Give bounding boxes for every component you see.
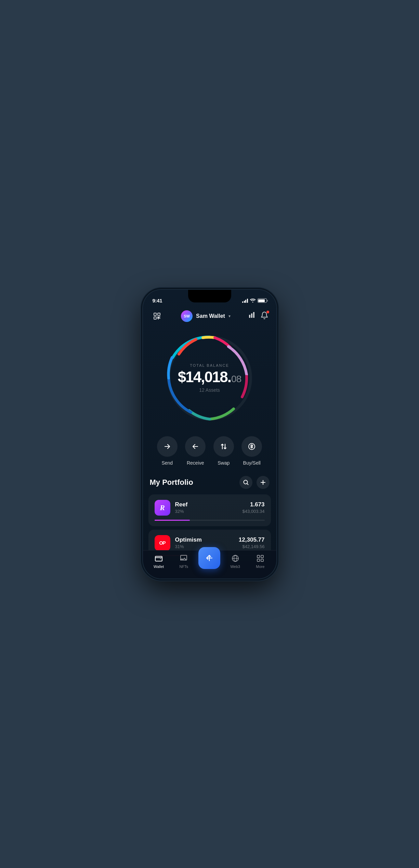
bottom-nav: Wallet NFTs [143, 550, 276, 579]
nav-center-button[interactable] [198, 547, 220, 569]
notification-badge [266, 310, 270, 314]
reef-usd: $43,003.34 [242, 509, 264, 514]
wallet-selector[interactable]: SW Sam Wallet ▾ [181, 310, 231, 322]
status-icons [242, 298, 267, 303]
nfts-nav-label: NFTs [179, 565, 188, 569]
nav-more[interactable]: More [250, 554, 271, 569]
svg-rect-15 [257, 559, 260, 561]
screen: 9:41 [143, 290, 276, 579]
more-nav-label: More [256, 565, 264, 569]
svg-rect-16 [261, 559, 263, 561]
svg-rect-13 [257, 555, 260, 558]
buysell-icon-circle [241, 436, 262, 457]
balance-ring-container: TOTAL BALANCE $14,018. 08 12 Assets [143, 327, 276, 433]
optimism-name: Optimism [175, 536, 234, 543]
portfolio-title: My Portfolio [150, 478, 193, 487]
wifi-icon [250, 298, 256, 303]
notch [188, 290, 231, 302]
portfolio-search-button[interactable] [239, 476, 252, 489]
scan-button[interactable] [150, 310, 163, 323]
web3-nav-icon [231, 554, 240, 563]
buysell-button[interactable]: Buy/Sell [241, 436, 262, 466]
status-time: 9:41 [153, 298, 162, 303]
receive-icon-circle [185, 436, 206, 457]
svg-rect-2 [154, 317, 156, 319]
reef-amount: 1.673 [242, 501, 264, 508]
balance-amount: $14,018. 08 [178, 370, 241, 385]
optimism-icon: OP [155, 535, 170, 551]
asset-card-reef[interactable]: R Reef 32% 1.673 $43,003.34 [148, 494, 271, 526]
reef-asset-row: R Reef 32% 1.673 $43,003.34 [155, 500, 265, 516]
wallet-nav-label: Wallet [154, 565, 164, 569]
header: SW Sam Wallet ▾ [143, 307, 276, 327]
portfolio-header: My Portfolio [148, 476, 271, 494]
swap-button[interactable]: Swap [213, 436, 234, 466]
nav-nfts[interactable]: NFTs [173, 554, 194, 569]
optimism-amount: 12,305.77 [239, 536, 265, 543]
battery-icon [258, 298, 267, 303]
send-label: Send [161, 460, 173, 466]
phone-frame: 9:41 [143, 290, 276, 579]
wallet-name: Sam Wallet [196, 313, 225, 319]
avatar: SW [181, 310, 193, 322]
receive-label: Receive [187, 460, 204, 466]
action-buttons: Send Receive Swap [143, 433, 276, 476]
receive-button[interactable]: Receive [185, 436, 206, 466]
balance-assets: 12 Assets [199, 387, 220, 393]
svg-rect-1 [158, 313, 160, 315]
swap-icon-circle [213, 436, 234, 457]
reef-bar-container [155, 520, 265, 521]
svg-rect-3 [249, 315, 250, 318]
svg-rect-14 [261, 555, 263, 558]
balance-label: TOTAL BALANCE [190, 363, 229, 367]
svg-rect-4 [251, 313, 252, 318]
buysell-label: Buy/Sell [243, 460, 261, 466]
chevron-down-icon: ▾ [228, 314, 231, 319]
signal-icon [242, 299, 248, 303]
nav-web3[interactable]: Web3 [225, 554, 246, 569]
optimism-usd: $42,149.56 [239, 544, 265, 549]
balance-content: TOTAL BALANCE $14,018. 08 12 Assets [178, 363, 241, 393]
balance-main: $14,018. [178, 370, 231, 385]
web3-nav-label: Web3 [230, 565, 240, 569]
portfolio-actions [239, 476, 270, 489]
reef-values: 1.673 $43,003.34 [242, 501, 264, 514]
reef-info: Reef 32% [175, 501, 238, 514]
nav-wallet[interactable]: Wallet [148, 554, 169, 569]
chart-icon[interactable] [248, 311, 256, 321]
send-button[interactable]: Send [157, 436, 178, 466]
reef-percent: 32% [175, 509, 238, 514]
optimism-values: 12,305.77 $42,149.56 [239, 536, 265, 549]
portfolio-add-button[interactable] [257, 476, 270, 489]
header-actions [248, 311, 269, 321]
swap-label: Swap [218, 460, 230, 466]
svg-rect-0 [154, 313, 156, 315]
nfts-nav-icon [179, 554, 188, 563]
svg-rect-5 [253, 312, 254, 318]
reef-bar [155, 520, 190, 521]
svg-rect-9 [155, 556, 162, 561]
balance-cents: 08 [231, 374, 241, 384]
notification-bell[interactable] [260, 311, 269, 321]
reef-icon: R [155, 500, 170, 516]
more-nav-icon [256, 554, 265, 563]
reef-name: Reef [175, 501, 238, 508]
send-icon-circle [157, 436, 178, 457]
wallet-nav-icon [154, 554, 163, 563]
